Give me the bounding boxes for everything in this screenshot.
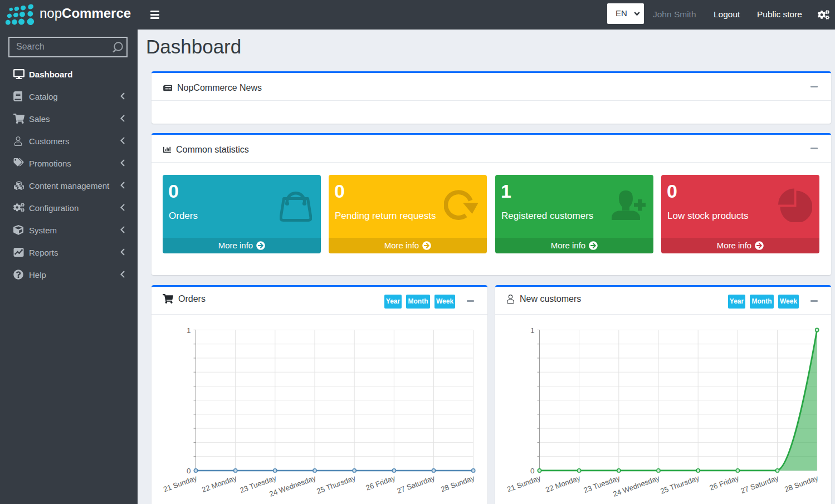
svg-text:26 Friday: 26 Friday bbox=[365, 473, 397, 492]
svg-text:22 Monday: 22 Monday bbox=[201, 473, 238, 494]
svg-text:25 Thursday: 25 Thursday bbox=[659, 473, 700, 495]
svg-text:25 Thursday: 25 Thursday bbox=[315, 473, 357, 495]
svg-text:27 Saturday: 27 Saturday bbox=[740, 473, 780, 495]
svg-text:21 Sunday: 21 Sunday bbox=[506, 473, 542, 493]
svg-text:22 Monday: 22 Monday bbox=[544, 473, 582, 494]
svg-text:27 Saturday: 27 Saturday bbox=[396, 473, 436, 495]
svg-text:21 Sunday: 21 Sunday bbox=[162, 473, 198, 493]
svg-text:28 Sunday: 28 Sunday bbox=[783, 473, 819, 493]
svg-text:1: 1 bbox=[187, 326, 191, 335]
svg-text:26 Friday: 26 Friday bbox=[709, 473, 740, 492]
svg-text:28 Sunday: 28 Sunday bbox=[440, 473, 476, 493]
svg-text:1: 1 bbox=[530, 326, 535, 335]
svg-text:0: 0 bbox=[530, 467, 535, 475]
svg-text:0: 0 bbox=[187, 467, 191, 475]
